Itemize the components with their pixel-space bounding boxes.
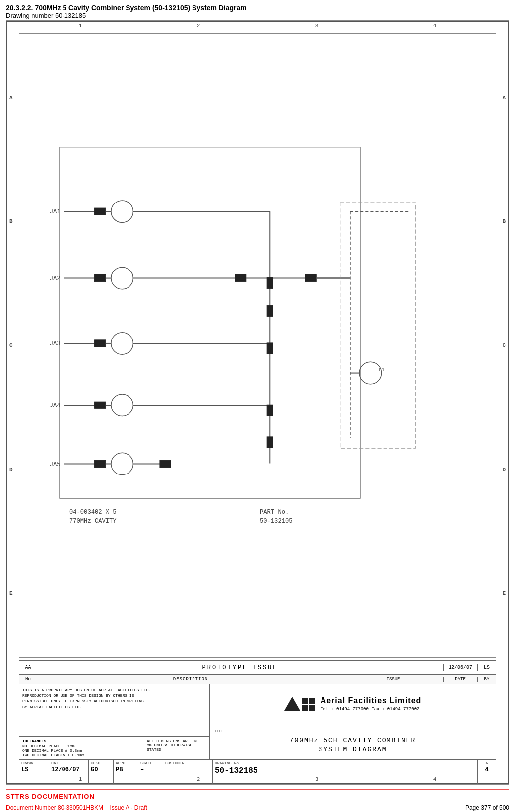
logo-sq-1 — [302, 698, 308, 704]
row-marker-E-left: E — [9, 590, 13, 596]
title-area: TITLE 700MHz 5CH CAVITY COMBINER SYSTEM … — [210, 724, 496, 760]
row-marker-D-left: D — [9, 467, 13, 473]
scale-value: – — [140, 766, 161, 773]
svg-text:JA2: JA2 — [50, 275, 61, 282]
logo-triangle-icon — [284, 697, 300, 711]
rev-label: A — [480, 761, 494, 765]
page-footer: STTRS DOCUMENTATION Document Number 80-3… — [6, 789, 509, 812]
footer-content: STTRS DOCUMENTATION — [6, 792, 509, 801]
row-markers-left: A B C D E — [9, 36, 13, 655]
logo-sq-2 — [309, 698, 315, 704]
svg-text:JA5: JA5 — [50, 461, 61, 468]
col-marker-b3: 3 — [315, 776, 319, 782]
svg-point-15 — [111, 267, 133, 289]
row-marker-C-left: C — [9, 342, 13, 348]
svg-text:JA3: JA3 — [50, 340, 61, 347]
issue-header-desc: DESCRIPTION — [37, 677, 344, 682]
row-marker-E-right: E — [502, 590, 506, 596]
page-title-area: 20.3.2.2. 700MHz 5 Cavity Combiner Syste… — [6, 4, 509, 19]
drawing-no-label: DRAWING No — [215, 761, 475, 765]
main-info-block: THIS IS A PROPRIETARY DESIGN OF AERIAL F… — [19, 684, 496, 760]
svg-rect-46 — [160, 460, 171, 467]
issue-header-issue-label: ISSUE — [344, 677, 443, 682]
company-name-block: Aerial Facilities Limited Tel : 01494 77… — [321, 696, 422, 712]
logo-sq-3 — [302, 705, 308, 711]
row-marker-D-right: D — [502, 467, 506, 473]
page-title: 20.3.2.2. 700MHz 5 Cavity Combiner Syste… — [6, 4, 509, 12]
issue-header-date: DATE — [443, 677, 478, 682]
title-text: 700MHz 5CH CAVITY COMBINER SYSTEM DIAGRA… — [212, 736, 494, 755]
svg-text:JA1: JA1 — [50, 208, 61, 215]
svg-point-43 — [111, 453, 133, 474]
svg-rect-42 — [95, 460, 106, 467]
svg-text:JA4: JA4 — [50, 402, 61, 409]
issue-header-by: BY — [478, 677, 496, 682]
row-marker-C-right: C — [502, 342, 506, 348]
drawing-area: 1 2 3 4 A B C D E A B C D E 04- — [6, 20, 509, 785]
tol-line3: TWO DECIMAL PLACES ± 0.1mm — [22, 753, 143, 757]
drawn-value: LS — [21, 766, 47, 773]
footer-line — [6, 789, 509, 790]
svg-rect-0 — [60, 147, 360, 498]
col-markers-top: 1 2 3 4 — [21, 23, 494, 29]
row-marker-B-right: B — [502, 218, 506, 224]
right-info: Aerial Facilities Limited Tel : 01494 77… — [210, 684, 496, 759]
title-line1: 700MHz 5CH CAVITY COMBINER — [212, 736, 494, 745]
svg-point-35 — [111, 394, 133, 416]
appd-value: PB — [116, 766, 136, 773]
svg-rect-7 — [95, 208, 106, 215]
scale-label: SCALE — [140, 761, 161, 765]
issue-desc-cell: PROTOTYPE ISSUE — [37, 664, 443, 671]
tol-line2: ONE DECIMAL PLACE ± 0.5mm — [22, 748, 143, 753]
svg-rect-56 — [267, 305, 273, 316]
col-marker-b1: 1 — [79, 776, 82, 782]
page-container: 20.3.2.2. 700MHz 5 Cavity Combiner Syste… — [0, 0, 515, 812]
company-name: Aerial Facilities Limited — [321, 696, 422, 705]
svg-point-52 — [359, 362, 381, 384]
svg-text:I1: I1 — [378, 367, 385, 373]
chkd-label: CHKD — [91, 761, 111, 765]
drawing-number: Drawing number 50-132185 — [6, 12, 509, 19]
title-line2: SYSTEM DIAGRAM — [212, 745, 494, 755]
issue-by-cell: LS — [478, 664, 496, 671]
drawn-label: DRAWN — [21, 761, 47, 765]
issue-row: AA PROTOTYPE ISSUE 12/06/07 LS — [19, 661, 496, 675]
svg-rect-51 — [267, 437, 273, 448]
footer-sttrs-label: STTRS DOCUMENTATION — [6, 793, 95, 800]
svg-point-8 — [111, 201, 133, 222]
customer-label: CUSTOMER — [165, 761, 210, 765]
issue-date-cell: 12/06/07 — [443, 664, 478, 671]
svg-text:PART No.: PART No. — [260, 509, 289, 516]
svg-rect-26 — [95, 340, 106, 347]
svg-rect-18 — [235, 275, 246, 282]
schematic-area: 04-003402 X 5 770MHz CAVITY PART No. 50-… — [19, 33, 496, 658]
row-marker-A-right: A — [502, 95, 506, 101]
col-marker-b4: 4 — [433, 776, 437, 782]
footer-page-number: Page 377 of 500 — [465, 804, 509, 811]
row-markers-right: A B C D E — [502, 36, 506, 655]
proprietary-text: THIS IS A PROPRIETARY DESIGN OF AERIAL F… — [19, 684, 209, 736]
svg-rect-20 — [305, 275, 316, 282]
drawing-no-value: 50-132185 — [215, 766, 475, 775]
company-block: Aerial Facilities Limited Tel : 01494 77… — [210, 684, 496, 724]
col-marker-3: 3 — [315, 23, 319, 29]
tolerances-title: TOLERANCES — [22, 739, 143, 743]
col-marker-b2: 2 — [197, 776, 200, 782]
svg-text:50-132105: 50-132105 — [260, 518, 292, 525]
tolerances-left: TOLERANCES NO DECIMAL PLACE ± 1mm ONE DE… — [22, 739, 143, 757]
left-info: THIS IS A PROPRIETARY DESIGN OF AERIAL F… — [19, 684, 210, 759]
rev-value: 4 — [480, 766, 494, 773]
svg-rect-34 — [95, 402, 106, 408]
svg-text:770MHz CAVITY: 770MHz CAVITY — [69, 518, 117, 525]
logo-squares-icon — [302, 698, 315, 711]
tolerances-block: TOLERANCES NO DECIMAL PLACE ± 1mm ONE DE… — [19, 736, 209, 759]
company-contact: Tel : 01494 777000 Fax : 01494 777002 — [321, 707, 422, 712]
tolerances-right: ALL DIMENSIONS ARE IN mm UNLESS OTHERWIS… — [147, 739, 206, 757]
title-label: TITLE — [212, 729, 224, 733]
issue-header-row: No DESCRIPTION ISSUE DATE BY — [19, 675, 496, 684]
svg-rect-55 — [340, 203, 416, 448]
svg-text:04-003402 X 5: 04-003402 X 5 — [69, 509, 116, 516]
col-marker-1: 1 — [79, 23, 82, 29]
issue-no-cell: AA — [19, 664, 37, 671]
row-marker-B-left: B — [9, 218, 13, 224]
